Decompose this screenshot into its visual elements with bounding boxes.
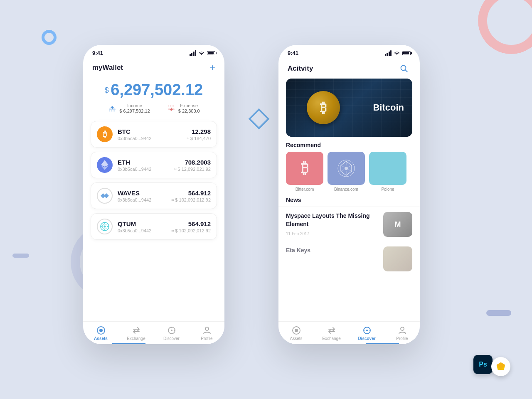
wallet-header: myWallet + [83,58,224,77]
recommend-polone[interactable]: Polone [369,152,406,192]
news-1-thumb: M [383,212,412,237]
hero-image[interactable]: ₿ Bitcoin [286,79,412,137]
nav-exchange-label-right: Exchange [322,336,340,341]
sketch-badge [491,357,510,376]
status-time-right: 9:41 [288,50,298,56]
balance-amount: 6,297,502.12 [111,81,203,99]
profile-icon-left [202,326,212,335]
hero-bitcoin-coin: ₿ [307,91,340,124]
nav-discover-right[interactable]: Discover [352,326,382,341]
eth-icon [97,157,113,173]
nav-exchange-left[interactable]: Exchange [122,326,151,341]
svg-point-30 [295,329,298,332]
nav-profile-label-right: Profile [396,336,408,341]
nav-assets-right[interactable]: Assets [282,326,311,341]
nav-assets-left[interactable]: Assets [86,326,116,341]
eth-address: 0x3b5ca0...9442 [118,167,151,172]
waves-icon [97,188,113,204]
nav-discover-label-left: Discover [163,336,180,341]
bg-decoration-diamond [249,108,270,130]
eth-usd: ≈ $ 12,092,021.92 [174,167,211,172]
polone-label: Polone [369,187,406,192]
expense-value: $ 22,300.0 [178,108,200,113]
waves-name: WAVES [118,190,151,197]
svg-marker-4 [101,160,108,167]
add-button[interactable]: + [209,62,215,74]
status-bar-right: 9:41 [278,45,420,58]
crypto-card-eth[interactable]: ETH 0x3b5ca0...9442 708.2003 ≈ $ 12,092,… [91,152,217,178]
bitter-label: Bitter.com [286,187,323,192]
battery-icon-right [402,51,411,55]
exchange-icon-right [327,326,336,335]
battery-icon [207,51,215,55]
nav-profile-left[interactable]: Profile [192,326,222,341]
nav-indicator-left [112,343,145,344]
expense-stat: Expense $ 22,300.0 [167,103,200,113]
qtum-usd: ≈ $ 102,092,012.92 [171,228,211,233]
signal-icon-right [385,50,392,56]
exchange-icon [132,326,141,335]
discover-icon-right [362,326,372,335]
hero-title: Bitcoin [373,102,404,113]
qtum-address: 0x3b5ca0...9442 [118,228,151,233]
svg-point-17 [205,327,209,330]
nav-exchange-right[interactable]: Exchange [317,326,346,341]
search-button[interactable] [397,62,411,75]
search-icon [400,64,408,73]
qtum-name: QTUM [118,220,151,227]
bottom-nav-right: Assets Exchange Discover Profile [278,321,420,344]
news-1-title: Myspace Layouts The Missing Element [286,212,378,228]
income-label: Income [119,103,150,108]
wallet-title: myWallet [92,64,123,72]
bitter-icon: ₿ [286,152,323,185]
news-item-2-partial[interactable]: Eta Keys [278,242,420,271]
balance-display: $ 6,297,502.12 [92,81,215,99]
discover-icon-left [167,326,176,335]
crypto-list: ₿ BTC 0x3b5ca0...9442 12.298 ≈ $ 184,470… [83,121,224,240]
assets-icon-right [292,326,301,335]
btc-amount: 12.298 [187,128,211,135]
svg-point-33 [401,327,404,330]
activity-title: Acitvity [288,64,313,73]
assets-icon [96,326,106,335]
status-icons-right [385,50,411,56]
bottom-nav-left: Assets Exchange Discover Profile [83,321,224,344]
crypto-card-btc[interactable]: ₿ BTC 0x3b5ca0...9442 12.298 ≈ $ 184,470 [91,121,217,148]
right-phone: 9:41 Acitvity [278,45,420,344]
news-item-1[interactable]: Myspace Layouts The Missing Element 11 F… [278,207,420,242]
expense-icon [167,105,176,112]
nav-exchange-label-left: Exchange [127,336,145,341]
bg-decoration-rect2 [12,254,29,258]
signal-icon [190,50,197,56]
crypto-card-qtum[interactable]: QTUM 0x3b5ca0...9442 564.912 ≈ $ 102,092… [91,213,217,240]
status-bar-left: 9:41 [83,45,224,58]
svg-point-8 [104,226,106,228]
nav-discover-left[interactable]: Discover [157,326,186,341]
svg-point-22 [345,167,348,170]
balance-stats: Income $ 6,297,502.12 Expense $ 22,300.0 [92,103,215,113]
expense-label: Expense [178,103,200,108]
crypto-card-waves[interactable]: WAVES 0x3b5ca0...9442 564.912 ≈ $ 102,09… [91,182,217,209]
photoshop-badge: Ps [473,355,493,374]
waves-address: 0x3b5ca0...9442 [118,197,151,202]
waves-amount: 564.912 [171,190,211,197]
bg-decoration-circle [42,30,57,45]
qtum-icon [97,219,113,234]
sketch-icon [495,361,507,372]
svg-point-32 [366,330,368,331]
news-2-title: Eta Keys [286,246,378,255]
status-icons-left [190,50,216,56]
balance-symbol: $ [105,86,109,94]
recommend-binance[interactable]: Binance.com [328,152,365,192]
recommend-list: ₿ Bitter.com Binance.com [278,152,420,192]
svg-line-27 [341,170,344,171]
recommend-bitter[interactable]: ₿ Bitter.com [286,152,323,192]
btc-address: 0x3b5ca0...9442 [118,136,151,141]
polone-icon [369,152,406,185]
income-stat: Income $ 6,297,502.12 [108,103,150,113]
nav-profile-right[interactable]: Profile [388,326,417,341]
nav-assets-label-right: Assets [290,336,302,341]
news-title: News [278,192,420,207]
status-time-left: 9:41 [92,50,103,56]
bg-decoration-arc [478,0,532,54]
